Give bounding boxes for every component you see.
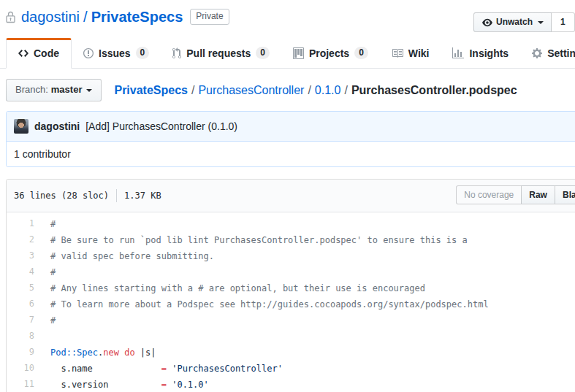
code-line-content: # xyxy=(42,264,575,280)
code-line: 11 s.version = '0.1.0' xyxy=(7,377,575,392)
branch-label: Branch: xyxy=(15,84,48,96)
pull-request-icon xyxy=(172,47,181,59)
line-number[interactable]: 7 xyxy=(7,312,42,328)
unwatch-label: Unwatch xyxy=(496,16,533,28)
file-header: 36 lines (28 sloc) 1.37 KB No coverageRa… xyxy=(7,180,575,212)
tab-label: Issues xyxy=(99,48,131,58)
code-line: 9Pod::Spec.new do |s| xyxy=(7,345,575,361)
code-line-content: # valid spec before submitting. xyxy=(42,248,575,264)
code-line-content: # Be sure to run `pod lib lint Purchases… xyxy=(42,232,575,248)
code-line: 6# To learn more about a Podspec see htt… xyxy=(7,296,575,312)
code-line: 5# Any lines starting with a # are optio… xyxy=(7,280,575,296)
commit-author-link[interactable]: dagostini xyxy=(34,120,80,132)
watchers-count[interactable]: 1 xyxy=(552,12,575,32)
repo-owner-link[interactable]: dagostini xyxy=(21,9,80,26)
line-number[interactable]: 6 xyxy=(7,296,42,312)
tab-settings[interactable]: Settings xyxy=(520,39,575,68)
line-number[interactable]: 3 xyxy=(7,248,42,264)
tab-label: Wiki xyxy=(408,48,430,58)
code-line-content: # To learn more about a Podspec see http… xyxy=(42,296,575,312)
book-icon xyxy=(392,47,403,59)
line-number[interactable]: 8 xyxy=(7,328,42,345)
avatar[interactable] xyxy=(14,119,28,134)
tab-label: Insights xyxy=(469,48,509,58)
code-blob: 1#2# Be sure to run `pod lib lint Purcha… xyxy=(7,216,575,392)
raw-button[interactable]: Raw xyxy=(521,185,555,204)
tab-counter: 0 xyxy=(136,47,150,59)
repo-name-link[interactable]: PrivateSpecs xyxy=(91,9,183,26)
latest-commit: dagostini [Add] PurchasesController (0.1… xyxy=(7,112,575,142)
code-line: 3# valid spec before submitting. xyxy=(7,248,575,264)
file-info: 36 lines (28 sloc) 1.37 KB xyxy=(14,189,161,202)
project-icon xyxy=(293,47,304,59)
issue-icon xyxy=(83,47,94,59)
dropdown-caret-icon xyxy=(538,21,544,27)
breadcrumb-filename: PurchasesController.podspec xyxy=(351,84,517,96)
code-line: 1# xyxy=(7,216,575,232)
code-line-content: s.version = '0.1.0' xyxy=(42,377,575,392)
line-number[interactable]: 2 xyxy=(7,232,42,248)
file-size: 1.37 KB xyxy=(124,191,161,201)
contributors-link[interactable]: 1 contributor xyxy=(14,148,71,160)
breadcrumb: PrivateSpecs/PurchasesController/0.1.0/P… xyxy=(114,84,517,97)
line-number[interactable]: 9 xyxy=(7,345,42,361)
code-line-content: Pod::Spec.new do |s| xyxy=(42,345,575,361)
tab-projects[interactable]: Projects0 xyxy=(281,38,380,68)
title-separator: / xyxy=(83,9,88,26)
tab-wiki[interactable]: Wiki xyxy=(380,39,441,68)
contributors-row: 1 contributor xyxy=(7,142,575,166)
breadcrumb-dir-link[interactable]: PurchasesController xyxy=(198,84,304,96)
line-number[interactable]: 5 xyxy=(7,280,42,296)
code-table-body: 1#2# Be sure to run `pod lib lint Purcha… xyxy=(7,216,575,392)
file-actions: No coverageRawBlame xyxy=(456,185,575,204)
tab-issues[interactable]: Issues0 xyxy=(72,38,161,68)
tab-label: Projects xyxy=(309,48,349,58)
branch-selector[interactable]: Branch: master xyxy=(6,79,102,101)
unwatch-button[interactable]: Unwatch xyxy=(473,12,552,32)
code-line: 2# Be sure to run `pod lib lint Purchase… xyxy=(7,232,575,248)
code-line: 10 s.name = 'PurchasesController' xyxy=(7,361,575,377)
file-box: 36 lines (28 sloc) 1.37 KB No coverageRa… xyxy=(6,179,575,392)
line-number[interactable]: 11 xyxy=(7,377,42,392)
line-number[interactable]: 10 xyxy=(7,361,42,377)
breadcrumb-repo-link[interactable]: PrivateSpecs xyxy=(114,84,188,96)
tab-label: Pull requests xyxy=(186,48,251,58)
code-line: 7# xyxy=(7,312,575,328)
tab-label: Settings xyxy=(547,48,575,58)
breadcrumb-separator: / xyxy=(344,84,347,96)
line-number[interactable]: 1 xyxy=(7,216,42,232)
code-line-content: # xyxy=(42,216,575,232)
tab-code[interactable]: Code xyxy=(6,38,72,69)
branch-name: master xyxy=(51,84,83,96)
code-icon xyxy=(18,47,28,59)
tab-counter: 0 xyxy=(256,47,270,59)
breadcrumb-separator: / xyxy=(191,84,194,96)
commit-message-link[interactable]: [Add] PurchasesController (0.1.0) xyxy=(85,120,237,132)
gear-icon xyxy=(532,47,542,59)
repo-page: dagostini / PrivateSpecs Private Unwatch… xyxy=(0,7,575,392)
code-line-content: # xyxy=(42,312,575,328)
eye-icon xyxy=(481,18,493,28)
file-navigation: Branch: master PrivateSpecs/PurchasesCon… xyxy=(6,79,575,101)
tab-insights[interactable]: Insights xyxy=(441,39,520,68)
graph-icon xyxy=(452,47,464,59)
tab-pull-requests[interactable]: Pull requests0 xyxy=(161,38,281,68)
commit-box: dagostini [Add] PurchasesController (0.1… xyxy=(6,111,575,167)
tab-counter: 0 xyxy=(354,47,368,59)
code-line: 8 xyxy=(7,328,575,345)
file-lines-info: 36 lines (28 sloc) xyxy=(14,191,109,201)
watch-controls: Unwatch 1 xyxy=(473,12,575,32)
blame-button[interactable]: Blame xyxy=(555,185,575,204)
code-line-content: s.name = 'PurchasesController' xyxy=(42,361,575,377)
breadcrumb-separator: / xyxy=(308,84,311,96)
no-coverage-button: No coverage xyxy=(456,185,522,204)
line-number[interactable]: 4 xyxy=(7,264,42,280)
code-line: 4# xyxy=(7,264,575,280)
code-line-content: # Any lines starting with a # are option… xyxy=(42,280,575,296)
lock-icon xyxy=(6,11,15,23)
code-line-content xyxy=(42,328,575,345)
breadcrumb-version-link[interactable]: 0.1.0 xyxy=(315,84,341,96)
dropdown-caret-icon xyxy=(86,89,92,95)
private-badge: Private xyxy=(190,9,229,24)
repo-nav: CodeIssues0Pull requests0Projects0WikiIn… xyxy=(0,38,575,69)
